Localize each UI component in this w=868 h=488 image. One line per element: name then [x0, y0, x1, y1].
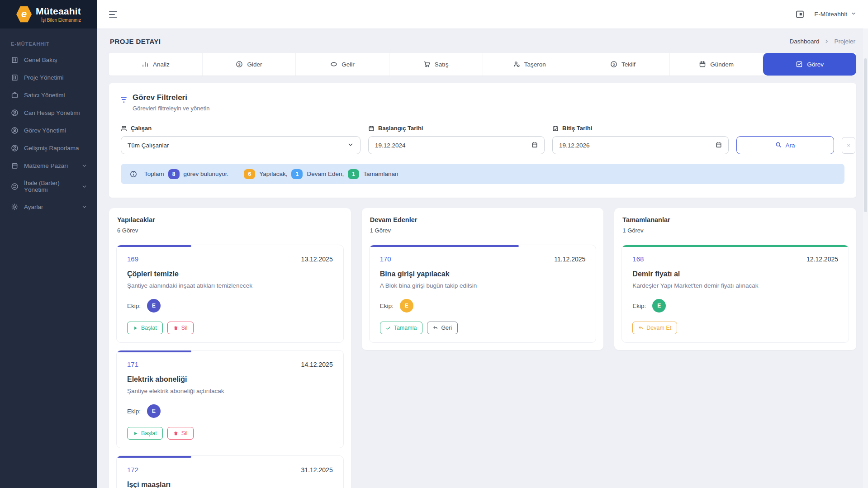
employee-select-value: Tüm Çalışanlar: [128, 142, 169, 149]
sidebar-item-label: Satıcı Yönetimi: [24, 92, 65, 99]
search-button-label: Ara: [785, 142, 795, 149]
date-picker-icon[interactable]: [716, 142, 722, 149]
avatar[interactable]: E: [652, 299, 666, 313]
task-id-link[interactable]: 168: [632, 255, 644, 263]
avatar[interactable]: E: [147, 404, 161, 418]
scrollbar[interactable]: [863, 28, 868, 488]
total-count-badge: 8: [168, 169, 180, 179]
tab-gundem[interactable]: Gündem: [670, 53, 764, 76]
sidebar-item-satici-yonetimi[interactable]: Satıcı Yönetimi: [0, 86, 97, 104]
sidebar-item-cari-hesap-yonetimi[interactable]: Cari Hesap Yönetimi: [0, 104, 97, 122]
inprogress-label: Devam Eden,: [307, 171, 344, 177]
employee-select[interactable]: Tüm Çalışanlar: [121, 136, 360, 154]
breadcrumb-dashboard[interactable]: Dashboard: [789, 38, 819, 45]
sidebar-item-gorev-yonetimi[interactable]: Görev Yönetimi: [0, 122, 97, 139]
breadcrumb-projeler[interactable]: Projeler: [834, 38, 855, 45]
brand-logo[interactable]: e Müteaahit İşi Bilen Elemanınız: [0, 0, 97, 28]
user-gear-icon: [513, 61, 520, 68]
breadcrumb: Dashboard Projeler: [789, 38, 855, 45]
tab-label: Taşeron: [524, 61, 546, 68]
tamamla-button[interactable]: Tamamla: [380, 322, 423, 334]
page-title: PROJE DETAYI: [110, 38, 161, 45]
task-card[interactable]: 171 14.12.2025 Elektrik aboneliği Şantiy…: [116, 350, 344, 448]
task-card[interactable]: 168 12.12.2025 Demir fiyatı al Kardeşler…: [621, 245, 849, 343]
coin-icon: [330, 61, 337, 68]
start-date-input[interactable]: 19.12.2024: [368, 136, 545, 154]
sidebar-item-malzeme-pazari[interactable]: Malzeme Pazarı: [0, 157, 97, 175]
task-id-link[interactable]: 169: [127, 255, 138, 263]
card-accent-bar: [117, 245, 191, 247]
column-count: 1 Görev: [621, 227, 849, 234]
task-id-link[interactable]: 172: [127, 466, 138, 474]
tab-gider[interactable]: $ Gider: [203, 53, 296, 76]
column-cards: 169 13.12.2025 Çöpleri temizle Şantiye a…: [116, 245, 344, 488]
tab-analiz[interactable]: Analiz: [109, 53, 203, 76]
sidebar-item-ihale-barter-yonetimi[interactable]: İhale (Barter) Yönetimi: [0, 175, 97, 198]
tab-taseron[interactable]: Taşeron: [483, 53, 577, 76]
baslat-button[interactable]: Başlat: [127, 322, 163, 334]
task-card[interactable]: 169 13.12.2025 Çöpleri temizle Şantiye a…: [116, 245, 344, 343]
geri-button[interactable]: Geri: [427, 322, 458, 334]
sidebar-item-gelismis-raporlama[interactable]: Gelişmiş Raporlama: [0, 139, 97, 157]
task-filters-card: Görev Filtreleri Görevleri filtreleyin v…: [109, 83, 856, 198]
task-id-link[interactable]: 170: [380, 255, 391, 263]
sidebar-item-label: Malzeme Pazarı: [24, 162, 68, 169]
scrollbar-thumb[interactable]: [864, 58, 867, 212]
sidebar-item-proje-yonetimi[interactable]: Proje Yönetimi: [0, 69, 97, 86]
task-card[interactable]: 172 31.12.2025 İşçi maaşları: [116, 455, 344, 488]
sil-button[interactable]: Sil: [167, 427, 194, 440]
avatar[interactable]: E: [147, 299, 161, 313]
task-description: Kardeşler Yapı Market'ten demir fiyatı a…: [632, 282, 838, 289]
brand-hexagon-icon: e: [16, 6, 32, 23]
task-id-link[interactable]: 171: [127, 360, 138, 368]
user-circle-icon: [11, 144, 19, 152]
task-due-date: 11.12.2025: [554, 256, 585, 263]
account-menu[interactable]: E-Müteahhit: [814, 11, 856, 18]
undo-icon: [638, 326, 643, 331]
task-description: Şantiye alanındaki inşaat atıkları temiz…: [127, 282, 333, 289]
tab-teklif[interactable]: $ Teklif: [576, 53, 670, 76]
devam-et-button[interactable]: Devam Et: [632, 322, 677, 334]
avatar[interactable]: E: [400, 299, 413, 313]
task-title: Demir fiyatı al: [632, 270, 838, 278]
team-label: Ekip:: [632, 303, 646, 309]
todo-label: Yapılacak,: [259, 171, 287, 177]
date-picker-icon[interactable]: [531, 142, 538, 149]
sidebar-item-genel-bakis[interactable]: Genel Bakış: [0, 51, 97, 69]
start-date-value: 19.12.2024: [375, 142, 406, 149]
summary-prefix: Toplam: [144, 171, 164, 177]
tab-label: Gündem: [710, 61, 734, 68]
search-button[interactable]: Ara: [736, 136, 834, 154]
clear-filters-button[interactable]: ×: [842, 137, 855, 154]
sil-button[interactable]: Sil: [167, 322, 194, 334]
filter-icon: [121, 97, 127, 112]
tab-gelir[interactable]: Gelir: [296, 53, 389, 76]
sidebar-item-ayarlar[interactable]: Ayarlar: [0, 198, 97, 216]
panel-toggle-icon[interactable]: [796, 10, 804, 19]
team-label: Ekip:: [380, 303, 394, 309]
gear-icon: [11, 203, 19, 211]
column-cards: 170 11.12.2025 Bina girişi yapılacak A B…: [369, 245, 597, 343]
filters-subtitle: Görevleri filtreleyin ve yönetin: [133, 105, 210, 112]
briefcase-icon: [11, 91, 19, 99]
end-date-value: 19.12.2026: [559, 142, 590, 149]
chevron-down-icon: [81, 184, 87, 190]
baslat-button[interactable]: Başlat: [127, 427, 163, 440]
done-count-badge: 1: [348, 169, 359, 179]
trash-icon: [173, 431, 178, 436]
task-description: A Blok bina girişi bugün takip edilsin: [380, 282, 586, 289]
tab-satis[interactable]: Satış: [389, 53, 483, 76]
task-card[interactable]: 170 11.12.2025 Bina girişi yapılacak A B…: [369, 245, 597, 343]
team-label: Ekip:: [127, 408, 141, 415]
svg-text:$: $: [613, 62, 615, 66]
tab-gorev[interactable]: Görev: [763, 53, 856, 76]
project-tabs: Analiz $ Gider Gelir Satış Taşeron $ Tek…: [109, 53, 856, 76]
column-title: Yapılacaklar: [116, 216, 344, 223]
undo-icon: [433, 326, 438, 331]
card-accent-bar: [117, 456, 191, 458]
column-yapilacaklar: Yapılacaklar 6 Görev 169 13.12.2025 Çöpl…: [109, 208, 351, 488]
hamburger-menu-icon[interactable]: [109, 11, 117, 18]
task-due-date: 13.12.2025: [301, 256, 333, 263]
end-date-input[interactable]: 19.12.2026: [552, 136, 729, 154]
page-content: PROJE DETAYI Dashboard Projeler Analiz $…: [97, 28, 868, 488]
